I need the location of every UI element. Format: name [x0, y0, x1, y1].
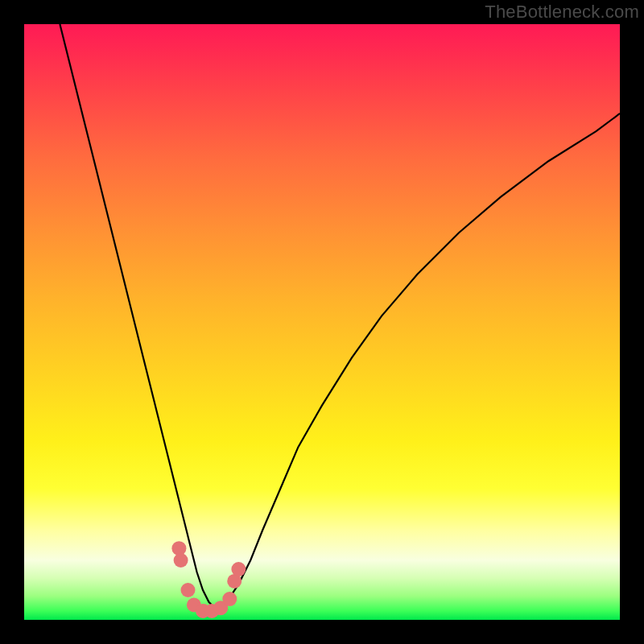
marker-point — [222, 592, 237, 606]
chart-svg — [24, 24, 620, 620]
chart-frame: TheBottleneck.com — [0, 0, 644, 644]
highlight-markers — [171, 541, 246, 618]
watermark-text: TheBottleneck.com — [485, 2, 639, 23]
plot-area — [24, 24, 620, 620]
bottleneck-curve — [60, 24, 620, 608]
marker-point — [174, 553, 188, 568]
marker-point — [231, 562, 246, 576]
marker-point — [181, 583, 196, 597]
